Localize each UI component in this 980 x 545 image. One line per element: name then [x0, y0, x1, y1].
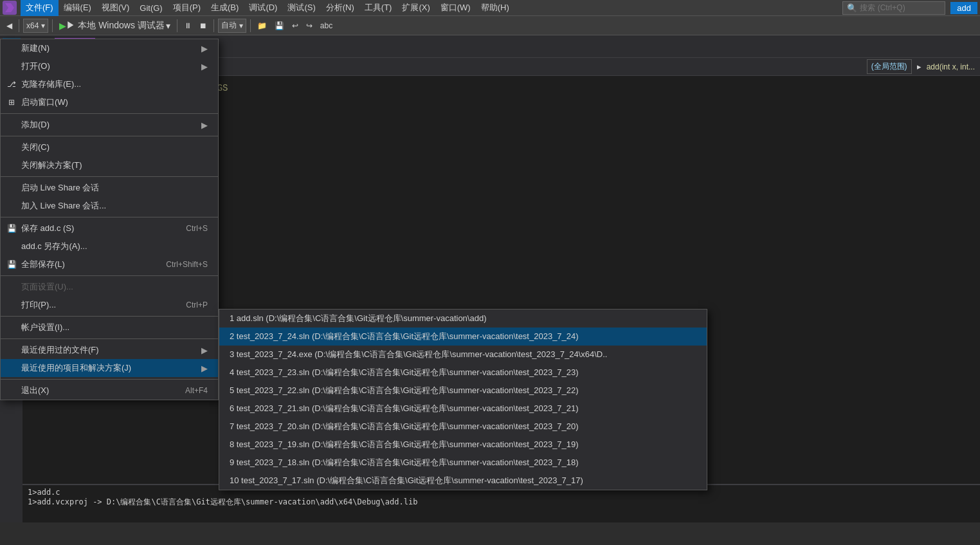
menu-clone-label: 克隆存储库(E)...	[21, 79, 81, 90]
menu-live-share-join-label: 加入 Live Share 会话...	[21, 200, 106, 212]
menu-live-share-start[interactable]: 启动 Live Share 会话	[1, 179, 218, 197]
menu-recent-projects[interactable]: 最近使用的项目和解决方案(J) ▶	[1, 359, 218, 377]
menu-save-all-label: 全部保存(L)	[21, 259, 65, 270]
menu-clone[interactable]: ⎇ 克隆存储库(E)...	[1, 75, 218, 93]
window-icon: ⊞	[6, 97, 17, 108]
menu-new-label: 新建(N)	[21, 42, 50, 54]
menu-account[interactable]: 帐户设置(I)...	[1, 319, 218, 337]
menu-live-share-join[interactable]: 加入 Live Share 会话...	[1, 197, 218, 215]
recent-project-3[interactable]: 3 test_2023_7_24.exe (D:\编程合集\C语言合集\Git远…	[219, 346, 707, 364]
menu-recent-files[interactable]: 最近使用过的文件(F) ▶	[1, 341, 218, 359]
menu-close-solution[interactable]: 关闭解决方案(T)	[1, 156, 218, 174]
recent-project-7-label: 7 test_2023_7_20.sln (D:\编程合集\C语言合集\Git远…	[230, 421, 579, 432]
menu-close-solution-label: 关闭解决方案(T)	[21, 160, 82, 171]
recent-project-2-label: 2 test_2023_7_24.sln (D:\编程合集\C语言合集\Git远…	[230, 331, 579, 342]
recent-files-arrow: ▶	[201, 346, 208, 355]
recent-project-9[interactable]: 9 test_2023_7_18.sln (D:\编程合集\C语言合集\Git远…	[219, 454, 707, 472]
menu-exit[interactable]: 退出(X) Alt+F4	[1, 382, 218, 400]
menu-page-setup: 页面设置(U)...	[1, 278, 218, 296]
save-all-shortcut: Ctrl+Shift+S	[145, 260, 208, 269]
recent-project-8[interactable]: 8 test_2023_7_19.sln (D:\编程合集\C语言合集\Git远…	[219, 436, 707, 454]
sep-2	[1, 136, 218, 136]
file-menu-dropdown: 新建(N) ▶ 打开(O) ▶ ⎇ 克隆存储库(E)... ⊞ 启动窗口(W) …	[0, 39, 219, 400]
recent-project-2[interactable]: 2 test_2023_7_24.sln (D:\编程合集\C语言合集\Git远…	[219, 328, 707, 346]
menu-exit-label: 退出(X)	[21, 385, 49, 396]
recent-project-4[interactable]: 4 test_2023_7_23.sln (D:\编程合集\C语言合集\Git远…	[219, 364, 707, 382]
recent-projects-submenu: 1 add.sln (D:\编程合集\C语言合集\Git远程仓库\summer-…	[219, 309, 707, 490]
menu-save-as[interactable]: add.c 另存为(A)...	[1, 237, 218, 255]
menu-page-setup-label: 页面设置(U)...	[21, 281, 73, 293]
sep-5	[1, 275, 218, 276]
menu-close[interactable]: 关闭(C)	[1, 138, 218, 156]
exit-shortcut: Alt+F4	[165, 386, 208, 395]
menu-open-arrow: ▶	[201, 62, 208, 71]
recent-project-4-label: 4 test_2023_7_23.sln (D:\编程合集\C语言合集\Git远…	[230, 367, 579, 378]
sep-6	[1, 316, 218, 317]
recent-project-1[interactable]: 1 add.sln (D:\编程合集\C语言合集\Git远程仓库\summer-…	[219, 309, 707, 328]
recent-project-3-label: 3 test_2023_7_24.exe (D:\编程合集\C语言合集\Git远…	[230, 349, 607, 360]
recent-project-5-label: 5 test_2023_7_22.sln (D:\编程合集\C语言合集\Git远…	[230, 385, 579, 396]
sep-8	[1, 379, 218, 380]
recent-project-7[interactable]: 7 test_2023_7_20.sln (D:\编程合集\C语言合集\Git远…	[219, 418, 707, 436]
save-icon: 💾	[6, 223, 17, 234]
menu-new-arrow: ▶	[201, 44, 208, 53]
menu-start-window[interactable]: ⊞ 启动窗口(W)	[1, 93, 218, 111]
recent-project-9-label: 9 test_2023_7_18.sln (D:\编程合集\C语言合集\Git远…	[230, 457, 579, 468]
menu-open-label: 打开(O)	[21, 60, 50, 72]
menu-account-label: 帐户设置(I)...	[21, 322, 69, 333]
menu-recent-projects-label: 最近使用的项目和解决方案(J)	[21, 362, 131, 374]
menu-close-label: 关闭(C)	[21, 142, 50, 153]
menu-save-as-label: add.c 另存为(A)...	[21, 241, 87, 252]
recent-project-10[interactable]: 10 test_2023_7_17.sln (D:\编程合集\C语言合集\Git…	[219, 472, 707, 490]
menu-recent-files-label: 最近使用过的文件(F)	[21, 344, 99, 356]
recent-project-8-label: 8 test_2023_7_19.sln (D:\编程合集\C语言合集\Git远…	[230, 439, 579, 450]
recent-project-6[interactable]: 6 test_2023_7_21.sln (D:\编程合集\C语言合集\Git远…	[219, 400, 707, 418]
recent-project-5[interactable]: 5 test_2023_7_22.sln (D:\编程合集\C语言合集\Git远…	[219, 382, 707, 400]
menu-save-all[interactable]: 💾 全部保存(L) Ctrl+Shift+S	[1, 255, 218, 273]
menu-add-label: 添加(D)	[21, 119, 50, 131]
menu-save-add-c[interactable]: 💾 保存 add.c (S) Ctrl+S	[1, 219, 218, 237]
dropdown-overlay: 新建(N) ▶ 打开(O) ▶ ⎇ 克隆存储库(E)... ⊞ 启动窗口(W) …	[0, 0, 980, 545]
sep-7	[1, 338, 218, 339]
sep-1	[1, 113, 218, 114]
save-shortcut: Ctrl+S	[165, 224, 208, 233]
menu-new[interactable]: 新建(N) ▶	[1, 39, 218, 57]
menu-live-share-start-label: 启动 Live Share 会话	[21, 182, 99, 194]
menu-print-label: 打印(P)...	[21, 299, 56, 311]
recent-project-10-label: 10 test_2023_7_17.sln (D:\编程合集\C语言合集\Git…	[230, 475, 583, 486]
clone-icon: ⎇	[6, 79, 17, 90]
menu-save-add-c-label: 保存 add.c (S)	[21, 223, 74, 234]
menu-start-window-label: 启动窗口(W)	[21, 97, 68, 108]
recent-projects-arrow: ▶	[201, 364, 208, 373]
save-all-icon: 💾	[6, 259, 17, 270]
recent-project-6-label: 6 test_2023_7_21.sln (D:\编程合集\C语言合集\Git远…	[230, 403, 579, 414]
recent-project-1-label: 1 add.sln (D:\编程合集\C语言合集\Git远程仓库\summer-…	[230, 313, 486, 324]
menu-print[interactable]: 打印(P)... Ctrl+P	[1, 296, 218, 314]
menu-add[interactable]: 添加(D) ▶	[1, 116, 218, 134]
sep-4	[1, 217, 218, 217]
sep-3	[1, 176, 218, 177]
menu-open[interactable]: 打开(O) ▶	[1, 57, 218, 75]
menu-add-arrow: ▶	[201, 120, 208, 130]
print-shortcut: Ctrl+P	[165, 300, 208, 309]
